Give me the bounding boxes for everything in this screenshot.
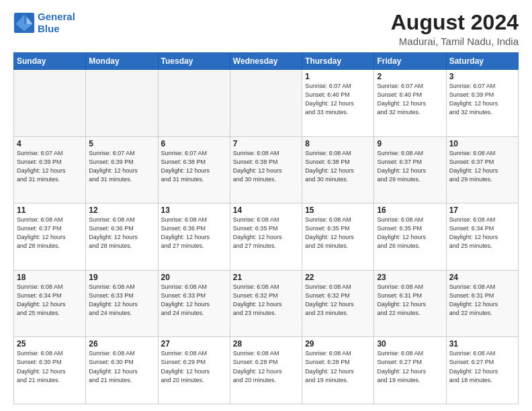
calendar-cell: 3Sunrise: 6:07 AM Sunset: 6:39 PM Daylig… <box>446 70 518 137</box>
day-info: Sunrise: 6:08 AM Sunset: 6:37 PM Dayligh… <box>449 149 515 184</box>
calendar-cell <box>158 70 230 137</box>
subtitle: Madurai, Tamil Nadu, India <box>391 36 519 47</box>
day-info: Sunrise: 6:08 AM Sunset: 6:34 PM Dayligh… <box>449 216 515 250</box>
page: General Blue August 2024 Madurai, Tamil … <box>0 0 532 411</box>
calendar-cell: 2Sunrise: 6:07 AM Sunset: 6:40 PM Daylig… <box>374 70 446 137</box>
calendar-week-3: 18Sunrise: 6:08 AM Sunset: 6:34 PM Dayli… <box>14 270 519 337</box>
day-number: 4 <box>17 139 83 148</box>
day-number: 18 <box>17 273 83 282</box>
day-info: Sunrise: 6:08 AM Sunset: 6:35 PM Dayligh… <box>305 216 371 250</box>
day-number: 6 <box>161 139 227 148</box>
day-number: 7 <box>233 139 299 148</box>
day-number: 19 <box>89 273 154 282</box>
calendar-cell: 26Sunrise: 6:08 AM Sunset: 6:30 PM Dayli… <box>86 337 158 404</box>
calendar-header-sunday: Sunday <box>14 53 86 70</box>
calendar-cell: 24Sunrise: 6:08 AM Sunset: 6:31 PM Dayli… <box>446 270 518 337</box>
calendar-cell: 14Sunrise: 6:08 AM Sunset: 6:35 PM Dayli… <box>230 203 302 271</box>
day-number: 5 <box>89 139 154 148</box>
day-info: Sunrise: 6:08 AM Sunset: 6:32 PM Dayligh… <box>233 283 299 318</box>
day-info: Sunrise: 6:07 AM Sunset: 6:39 PM Dayligh… <box>17 149 83 184</box>
day-info: Sunrise: 6:08 AM Sunset: 6:30 PM Dayligh… <box>17 349 83 384</box>
day-number: 16 <box>377 205 443 215</box>
day-info: Sunrise: 6:08 AM Sunset: 6:33 PM Dayligh… <box>161 283 227 318</box>
day-info: Sunrise: 6:08 AM Sunset: 6:33 PM Dayligh… <box>89 283 154 318</box>
day-number: 11 <box>17 205 83 215</box>
calendar-cell: 28Sunrise: 6:08 AM Sunset: 6:28 PM Dayli… <box>230 337 302 404</box>
calendar-cell: 6Sunrise: 6:07 AM Sunset: 6:38 PM Daylig… <box>158 136 230 203</box>
day-info: Sunrise: 6:07 AM Sunset: 6:38 PM Dayligh… <box>161 149 227 184</box>
day-info: Sunrise: 6:08 AM Sunset: 6:28 PM Dayligh… <box>305 349 371 384</box>
day-number: 27 <box>161 339 227 349</box>
day-info: Sunrise: 6:08 AM Sunset: 6:32 PM Dayligh… <box>305 283 371 318</box>
day-info: Sunrise: 6:08 AM Sunset: 6:27 PM Dayligh… <box>377 349 443 384</box>
day-info: Sunrise: 6:08 AM Sunset: 6:31 PM Dayligh… <box>449 283 515 318</box>
calendar-cell: 29Sunrise: 6:08 AM Sunset: 6:28 PM Dayli… <box>302 337 374 404</box>
calendar-header-row: SundayMondayTuesdayWednesdayThursdayFrid… <box>14 53 519 70</box>
calendar-cell: 4Sunrise: 6:07 AM Sunset: 6:39 PM Daylig… <box>14 136 86 203</box>
day-info: Sunrise: 6:08 AM Sunset: 6:36 PM Dayligh… <box>161 216 227 250</box>
calendar-cell: 7Sunrise: 6:08 AM Sunset: 6:38 PM Daylig… <box>230 136 302 203</box>
day-number: 31 <box>449 339 515 349</box>
calendar-cell: 1Sunrise: 6:07 AM Sunset: 6:40 PM Daylig… <box>302 70 374 137</box>
day-info: Sunrise: 6:08 AM Sunset: 6:36 PM Dayligh… <box>89 216 154 250</box>
day-info: Sunrise: 6:08 AM Sunset: 6:37 PM Dayligh… <box>17 216 83 250</box>
day-number: 20 <box>161 273 227 282</box>
day-info: Sunrise: 6:08 AM Sunset: 6:34 PM Dayligh… <box>17 283 83 318</box>
logo-text: General Blue <box>38 11 75 35</box>
calendar-cell: 21Sunrise: 6:08 AM Sunset: 6:32 PM Dayli… <box>230 270 302 337</box>
calendar-cell: 11Sunrise: 6:08 AM Sunset: 6:37 PM Dayli… <box>14 203 86 271</box>
calendar-cell: 10Sunrise: 6:08 AM Sunset: 6:37 PM Dayli… <box>446 136 518 203</box>
logo-icon <box>13 12 35 34</box>
day-info: Sunrise: 6:08 AM Sunset: 6:35 PM Dayligh… <box>233 216 299 250</box>
header: General Blue August 2024 Madurai, Tamil … <box>13 11 519 47</box>
calendar-cell: 8Sunrise: 6:08 AM Sunset: 6:38 PM Daylig… <box>302 136 374 203</box>
calendar-header-wednesday: Wednesday <box>230 53 302 70</box>
calendar-table: SundayMondayTuesdayWednesdayThursdayFrid… <box>13 52 519 404</box>
calendar-week-0: 1Sunrise: 6:07 AM Sunset: 6:40 PM Daylig… <box>14 70 519 137</box>
calendar-header-friday: Friday <box>374 53 446 70</box>
calendar-cell: 18Sunrise: 6:08 AM Sunset: 6:34 PM Dayli… <box>14 270 86 337</box>
logo: General Blue <box>13 11 75 35</box>
day-number: 30 <box>377 339 443 349</box>
calendar-cell <box>86 70 158 137</box>
calendar-week-1: 4Sunrise: 6:07 AM Sunset: 6:39 PM Daylig… <box>14 136 519 203</box>
calendar-cell: 30Sunrise: 6:08 AM Sunset: 6:27 PM Dayli… <box>374 337 446 404</box>
day-info: Sunrise: 6:08 AM Sunset: 6:38 PM Dayligh… <box>305 149 371 184</box>
calendar-cell: 16Sunrise: 6:08 AM Sunset: 6:35 PM Dayli… <box>374 203 446 271</box>
calendar-header-saturday: Saturday <box>446 53 518 70</box>
day-number: 17 <box>449 205 515 215</box>
day-info: Sunrise: 6:08 AM Sunset: 6:38 PM Dayligh… <box>233 149 299 184</box>
day-info: Sunrise: 6:08 AM Sunset: 6:28 PM Dayligh… <box>233 349 299 384</box>
calendar-header-monday: Monday <box>86 53 158 70</box>
day-number: 10 <box>449 139 515 148</box>
calendar-cell: 31Sunrise: 6:08 AM Sunset: 6:27 PM Dayli… <box>446 337 518 404</box>
calendar-week-2: 11Sunrise: 6:08 AM Sunset: 6:37 PM Dayli… <box>14 203 519 271</box>
logo-line1: General <box>38 11 75 22</box>
day-number: 26 <box>89 339 154 349</box>
day-info: Sunrise: 6:08 AM Sunset: 6:30 PM Dayligh… <box>89 349 154 384</box>
day-number: 2 <box>377 72 443 81</box>
day-info: Sunrise: 6:08 AM Sunset: 6:29 PM Dayligh… <box>161 349 227 384</box>
day-number: 8 <box>305 139 371 148</box>
calendar-cell: 17Sunrise: 6:08 AM Sunset: 6:34 PM Dayli… <box>446 203 518 271</box>
calendar-cell: 13Sunrise: 6:08 AM Sunset: 6:36 PM Dayli… <box>158 203 230 271</box>
day-number: 22 <box>305 273 371 282</box>
calendar-cell: 9Sunrise: 6:08 AM Sunset: 6:37 PM Daylig… <box>374 136 446 203</box>
logo-line2: Blue <box>38 23 60 34</box>
day-number: 13 <box>161 205 227 215</box>
calendar-header-thursday: Thursday <box>302 53 374 70</box>
calendar-cell <box>14 70 86 137</box>
day-number: 24 <box>449 273 515 282</box>
main-title: August 2024 <box>391 11 519 34</box>
calendar-cell <box>230 70 302 137</box>
day-number: 12 <box>89 205 154 215</box>
calendar-cell: 22Sunrise: 6:08 AM Sunset: 6:32 PM Dayli… <box>302 270 374 337</box>
calendar-cell: 19Sunrise: 6:08 AM Sunset: 6:33 PM Dayli… <box>86 270 158 337</box>
day-info: Sunrise: 6:07 AM Sunset: 6:39 PM Dayligh… <box>449 82 515 117</box>
calendar-header-tuesday: Tuesday <box>158 53 230 70</box>
calendar-cell: 12Sunrise: 6:08 AM Sunset: 6:36 PM Dayli… <box>86 203 158 271</box>
calendar-week-4: 25Sunrise: 6:08 AM Sunset: 6:30 PM Dayli… <box>14 337 519 404</box>
day-info: Sunrise: 6:08 AM Sunset: 6:35 PM Dayligh… <box>377 216 443 250</box>
title-block: August 2024 Madurai, Tamil Nadu, India <box>391 11 519 47</box>
calendar-cell: 20Sunrise: 6:08 AM Sunset: 6:33 PM Dayli… <box>158 270 230 337</box>
